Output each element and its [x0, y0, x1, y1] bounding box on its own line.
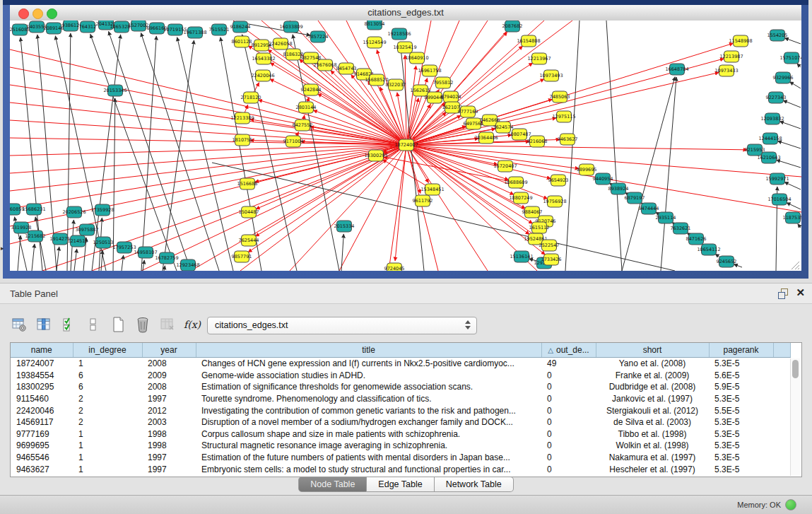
red-edge[interactable] [389, 145, 406, 271]
table-row[interactable]: 977716911998Corpus callosum shape and si… [11, 428, 790, 440]
black-edge[interactable] [141, 36, 156, 271]
cell-in_degree[interactable]: 2 [73, 393, 142, 405]
column-header-short[interactable]: short [596, 343, 709, 358]
cell-in_degree[interactable]: 1 [73, 440, 142, 452]
black-edge[interactable] [565, 21, 579, 271]
table-row[interactable]: 946554611997Estimation of the future num… [11, 452, 790, 464]
delete-icon[interactable] [135, 316, 151, 333]
tab-network-table[interactable]: Network Table [435, 477, 514, 492]
tab-node-table[interactable]: Node Table [298, 477, 367, 492]
cell-out_de[interactable]: 0 [541, 428, 596, 440]
memory-status-icon[interactable] [785, 499, 796, 510]
cell-short[interactable]: Wolkin et al. (1998) [596, 440, 709, 452]
cell-pagerank[interactable]: 5.3E-5 [709, 428, 773, 440]
table-row[interactable]: 1830029562008Estimation of significance … [11, 381, 790, 393]
cell-name[interactable]: 9115460 [11, 393, 73, 405]
table-row[interactable]: 946362711997Embryonic stem cells: a mode… [11, 463, 790, 475]
tab-edge-table[interactable]: Edge Table [367, 477, 434, 492]
cell-year[interactable]: 2008 [142, 358, 196, 370]
cell-pagerank[interactable]: 5.3E-5 [709, 452, 773, 464]
cell-out_de[interactable]: 0 [541, 452, 596, 464]
cell-year[interactable]: 1997 [142, 393, 196, 405]
black-edge[interactable] [777, 160, 801, 168]
cell-in_degree[interactable]: 6 [73, 381, 142, 393]
column-header-in_degree[interactable]: in_degree [73, 343, 142, 358]
column-header-out_de[interactable]: △out_de... [541, 343, 596, 358]
cell-short[interactable]: Jankovic et al. (1997) [596, 393, 709, 405]
cell-out_de[interactable]: 0 [541, 393, 596, 405]
red-edge[interactable] [384, 157, 516, 182]
cell-title[interactable]: Genome-wide association studies in ADHD. [196, 370, 541, 382]
cell-short[interactable]: Hescheler et al. (1997) [596, 463, 709, 475]
black-edge[interactable] [164, 266, 165, 271]
table-row[interactable]: 1456911722003Disruption of a novel membe… [11, 416, 790, 428]
red-edge[interactable] [406, 21, 572, 145]
cell-pagerank[interactable]: 5.3E-5 [709, 358, 773, 370]
cell-name[interactable]: 9463627 [11, 463, 73, 475]
black-edge[interactable] [783, 100, 801, 107]
citation-network-graph[interactable]: 2516085140355720891469386127643122041322… [10, 21, 801, 271]
table-row[interactable]: 1872400712008Changes of HCN gene express… [11, 358, 790, 370]
table-row[interactable]: 911546021997Tourette syndrome. Phenomeno… [11, 393, 790, 405]
table-selector-dropdown[interactable]: citations_edges.txt [207, 317, 477, 334]
cell-title[interactable]: Changes of HCN gene expression and I(f) … [196, 358, 541, 370]
new-file-icon[interactable] [110, 316, 126, 333]
red-edge[interactable] [10, 145, 406, 209]
cell-title[interactable]: Tourette syndrome. Phenomenology and cla… [196, 393, 541, 405]
red-edge[interactable] [240, 145, 406, 271]
cell-short[interactable]: Franke et al. (2009) [596, 370, 709, 382]
cell-out_de[interactable]: 0 [541, 440, 596, 452]
cell-pagerank[interactable]: 5.3E-5 [709, 393, 773, 405]
black-edge[interactable] [122, 255, 124, 271]
black-edge[interactable] [798, 224, 801, 228]
black-edge[interactable] [32, 244, 35, 271]
cell-out_de[interactable]: 0 [541, 370, 596, 382]
red-edge[interactable] [191, 145, 406, 271]
insert-column-icon[interactable] [36, 316, 52, 333]
panel-expander-icon[interactable]: ▸ [1, 245, 4, 252]
cell-pagerank[interactable]: 5.6E-5 [709, 370, 773, 382]
red-edge[interactable] [268, 49, 406, 145]
select-all-icon[interactable] [61, 316, 76, 333]
red-edge[interactable] [270, 79, 406, 145]
cell-short[interactable]: de Silva et al. (2003) [596, 416, 709, 428]
table-row[interactable]: 969969511998Structural magnetic resonanc… [11, 440, 790, 452]
column-header-pagerank[interactable]: pagerank [709, 343, 773, 358]
cell-year[interactable]: 2003 [142, 416, 196, 428]
cell-name[interactable]: 22420046 [11, 404, 73, 416]
black-edge[interactable] [177, 37, 233, 271]
cell-in_degree[interactable]: 1 [73, 463, 142, 475]
delete-table-icon[interactable] [160, 316, 175, 333]
cell-year[interactable]: 2012 [142, 404, 196, 416]
red-edge[interactable] [290, 145, 406, 271]
cell-title[interactable]: Estimation of significance thresholds fo… [196, 381, 541, 393]
cell-pagerank[interactable]: 5.3E-5 [709, 463, 773, 475]
float-window-icon[interactable] [778, 288, 788, 298]
cell-title[interactable]: Estimation of the future numbers of pati… [196, 452, 541, 464]
cell-title[interactable]: Embryonic stem cells: a model to study s… [196, 463, 541, 475]
black-edge[interactable] [789, 82, 801, 88]
cell-out_de[interactable]: 0 [541, 463, 596, 475]
black-edge[interactable] [57, 247, 59, 271]
cell-title[interactable]: Structural magnetic resonance image aver… [196, 440, 541, 452]
cell-title[interactable]: Investigating the contribution of common… [196, 404, 541, 416]
cell-short[interactable]: Tibbo et al. (1998) [596, 428, 709, 440]
close-panel-icon[interactable]: ✕ [796, 287, 805, 298]
cell-name[interactable]: 18724007 [11, 358, 73, 370]
cell-out_de[interactable]: 0 [541, 416, 596, 428]
cell-year[interactable]: 1997 [142, 452, 196, 464]
black-edge[interactable] [90, 34, 177, 271]
red-edge[interactable] [406, 145, 509, 180]
cell-year[interactable]: 2009 [142, 370, 196, 382]
cell-name[interactable]: 19384554 [11, 370, 73, 382]
window-titlebar[interactable]: citations_edges.txt [10, 5, 801, 21]
cell-name[interactable]: 18300295 [11, 381, 73, 393]
column-header-title[interactable]: title [196, 343, 541, 358]
black-edge[interactable] [779, 122, 801, 129]
function-builder-icon[interactable]: f(x) [184, 316, 200, 333]
cell-pagerank[interactable]: 5.3E-5 [709, 440, 773, 452]
cell-in_degree[interactable]: 6 [73, 370, 142, 382]
red-edge[interactable] [10, 145, 406, 156]
cell-title[interactable]: Corpus callosum shape and size in male p… [196, 428, 541, 440]
cell-in_degree[interactable]: 1 [73, 428, 142, 440]
